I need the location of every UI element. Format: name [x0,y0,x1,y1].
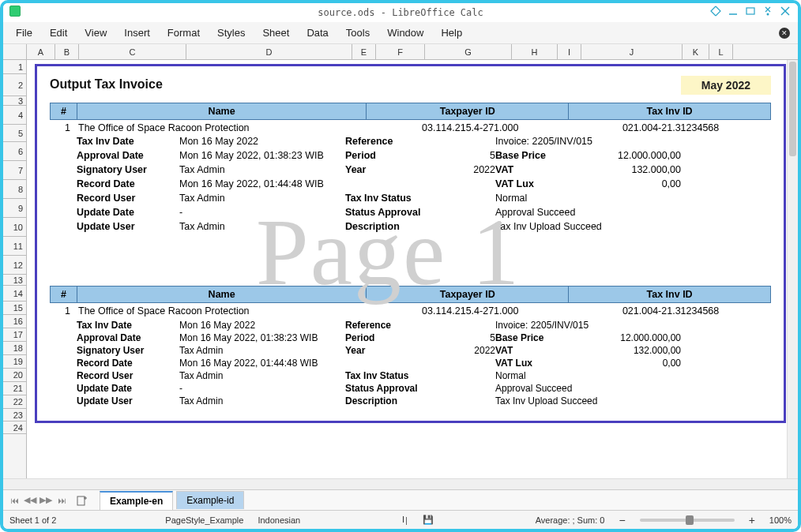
menu-view[interactable]: View [77,24,115,42]
row-18[interactable]: 18 [3,342,26,355]
row-9[interactable]: 9 [3,199,26,218]
col-F[interactable]: F [376,44,425,59]
zoom-level[interactable]: 100% [769,515,792,525]
col-A[interactable]: A [27,44,55,59]
col-L[interactable]: L [709,44,733,59]
col-B[interactable]: B [55,44,79,59]
lbl-tax-inv-date: Tax Inv Date [77,136,179,147]
lbl-description: Description [345,221,440,232]
status-summary[interactable]: Average: ; Sum: 0 [536,515,605,525]
row-24[interactable]: 24 [3,421,26,434]
menu-format[interactable]: Format [160,24,208,42]
row-21[interactable]: 21 [3,382,26,395]
col-E[interactable]: E [352,44,376,59]
window-title: source.ods - LibreOffice Calc [318,7,483,18]
row-13[interactable]: 13 [3,275,26,286]
scrollbar-thumb[interactable] [789,62,796,156]
lbl-reference: Reference [345,136,440,147]
tab-example-id[interactable]: Example-id [176,491,244,509]
lbl-signatory-user: Signatory User [77,344,179,357]
col-G[interactable]: G [425,44,512,59]
menu-insert[interactable]: Insert [116,24,158,42]
menu-edit[interactable]: Edit [42,24,75,42]
menu-sheet[interactable]: Sheet [254,24,297,42]
row-1[interactable]: 1 [3,60,26,74]
row-4[interactable]: 4 [3,106,26,125]
prev-sheet-icon[interactable]: ◀◀ [24,494,36,507]
row-12[interactable]: 12 [3,256,26,275]
document-month: May 2022 [681,76,771,95]
val-signatory-user: Tax Admin [179,344,345,357]
row-7[interactable]: 7 [3,161,26,180]
zoom-out-icon[interactable]: − [619,514,625,526]
val-vat-lux: 0,00 [586,357,681,369]
row-16[interactable]: 16 [3,315,26,328]
row-3[interactable]: 3 [3,96,26,106]
row-23[interactable]: 23 [3,409,26,421]
close-icon[interactable] [779,5,792,17]
cell-tax-inv-id: 021.004-21.31234568 [570,305,771,317]
col-H[interactable]: H [512,44,558,59]
row-22[interactable]: 22 [3,395,26,409]
row-2[interactable]: 2 [3,74,26,96]
row-8[interactable]: 8 [3,180,26,199]
menu-help[interactable]: Help [433,24,470,42]
tab-example-en[interactable]: Example-en [100,491,173,510]
lbl-record-user: Record User [77,193,179,204]
row-11[interactable]: 11 [3,237,26,256]
row-5[interactable]: 5 [3,125,26,142]
menu-window[interactable]: Window [379,24,431,42]
content-area: 1 2 3 4 5 6 7 8 9 10 11 12 13 14 15 16 1… [3,60,798,478]
insert-mode-icon[interactable]: I [402,515,408,524]
row-10[interactable]: 10 [3,218,26,237]
col-D[interactable]: D [186,44,352,59]
app-icon [9,6,21,17]
select-all-corner[interactable] [3,44,27,59]
col-I[interactable]: I [558,44,581,59]
lbl-period: Period [345,332,440,344]
save-status-icon[interactable]: 💾 [423,515,434,525]
lbl-status-approval: Status Approval [345,207,440,218]
zoom-slider[interactable] [640,519,735,522]
row-19[interactable]: 19 [3,355,26,369]
val-reference: Invoice: 2205/INV/015 [495,136,681,147]
col-J[interactable]: J [581,44,683,59]
val-approval-date: Mon 16 May 2022, 01:38:23 WIB [179,332,345,344]
vertical-scrollbar[interactable] [787,60,798,478]
menu-data[interactable]: Data [299,24,336,42]
val-status-approval: Approval Succeed [495,382,681,395]
row-6[interactable]: 6 [3,142,26,161]
status-language[interactable]: Indonesian [258,515,300,525]
last-sheet-icon[interactable]: ⏭ [55,494,68,507]
menu-tools[interactable]: Tools [338,24,378,42]
restore-icon[interactable] [762,5,774,17]
row-15[interactable]: 15 [3,302,26,315]
row-20[interactable]: 20 [3,369,26,382]
next-sheet-icon[interactable]: ▶▶ [39,494,52,507]
maximize-icon[interactable] [744,5,757,17]
menu-styles[interactable]: Styles [209,24,253,42]
val-record-date: Mon 16 May 2022, 01:44:48 WIB [179,178,345,189]
minimize-icon[interactable] [727,5,739,17]
row-14[interactable]: 14 [3,286,26,302]
val-vat: 132.000,00 [586,164,681,175]
spreadsheet-grid[interactable]: Page 1 Output Tax Invoice May 2022 # Nam… [27,60,798,478]
lbl-record-date: Record Date [77,357,179,369]
close-document-icon[interactable]: ✕ [779,28,790,39]
first-sheet-icon[interactable]: ⏮ [8,494,21,507]
col-C[interactable]: C [79,44,186,59]
zoom-slider-knob[interactable] [686,515,694,525]
val-signatory-user: Tax Admin [179,164,345,175]
status-pagestyle[interactable]: PageStyle_Example [165,515,243,525]
lbl-update-user: Update User [77,221,179,232]
add-sheet-icon[interactable] [76,494,88,507]
row-17[interactable]: 17 [3,328,26,342]
statusbar: Sheet 1 of 2 PageStyle_Example Indonesia… [3,510,798,529]
horizontal-scrollbar[interactable] [3,478,798,489]
window-help-icon[interactable] [709,5,722,17]
col-K[interactable]: K [683,44,709,59]
zoom-in-icon[interactable]: + [749,514,755,526]
svg-rect-5 [77,496,85,505]
th-name: Name [77,103,367,119]
menu-file[interactable]: File [8,24,40,42]
